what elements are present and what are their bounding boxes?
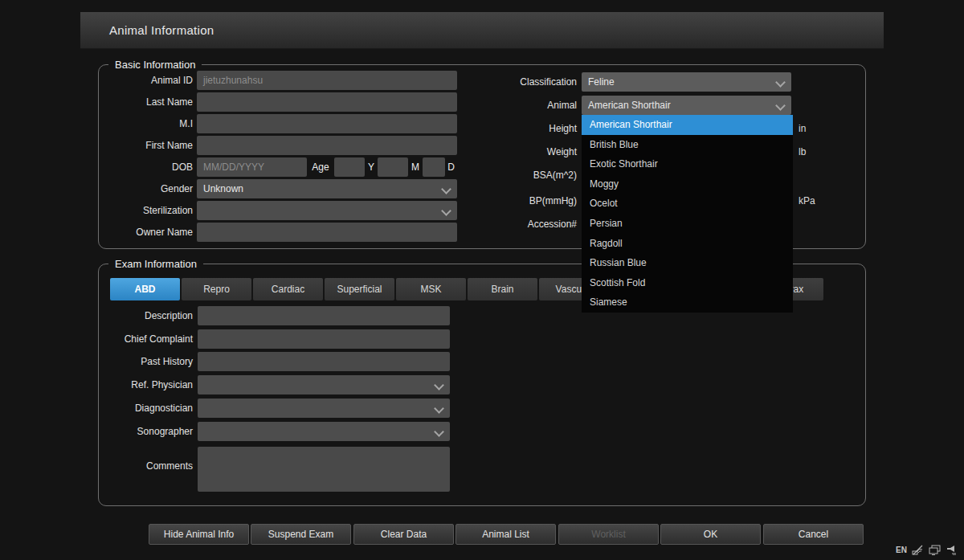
dropdown-item-ocelot[interactable]: Ocelot [582,194,793,214]
last-name-label: Last Name [88,92,193,112]
dob-label: DOB [88,157,193,177]
diagnostician-label: Diagnostician [96,399,193,418]
years-unit-label: Y [366,157,376,177]
bp-label: BP(mmHg) [474,191,577,211]
chevron-down-icon [441,206,451,216]
classification-combobox[interactable]: Feline [582,72,791,92]
cancel-button[interactable]: Cancel [763,524,864,545]
owner-name-field[interactable] [197,223,457,242]
sterilization-combobox[interactable] [197,201,457,220]
animal-list-button[interactable]: Animal List [455,524,556,545]
months-unit-label: M [410,157,421,177]
dialog-titlebar: Animal Information [80,12,884,49]
dropdown-item-american-shorthair[interactable]: American Shorthair [582,115,793,135]
middle-initial-field[interactable] [197,114,457,133]
days-unit-label: D [446,157,456,177]
weight-label: Weight [474,142,577,161]
chief-complaint-field[interactable] [198,329,450,349]
ref-physician-combobox[interactable] [198,375,450,394]
gender-value: Unknown [203,183,243,194]
exam-information-title: Exam Information [108,256,203,272]
dropdown-item-ragdoll[interactable]: Ragdoll [582,234,793,254]
animal-breed-combobox[interactable]: American Shorthair [582,96,791,115]
accession-label: Accession# [474,215,577,234]
age-days-field[interactable] [423,157,445,177]
dob-date-field[interactable]: MM/DD/YYYY [197,157,307,177]
exam-tab-repro[interactable]: Repro [182,278,251,300]
animal-id-field[interactable]: jietuzhunahsu [197,71,457,90]
height-unit-label: in [799,119,806,138]
exam-tab-abd[interactable]: ABD [110,278,180,300]
dropdown-item-scottish-fold[interactable]: Scottish Fold [582,273,793,293]
language-indicator[interactable]: EN [896,546,907,554]
gender-combobox[interactable]: Unknown [197,179,457,198]
ok-button[interactable]: OK [660,524,761,545]
animal-breed-label: Animal [474,96,577,115]
dropdown-item-moggy[interactable]: Moggy [582,174,793,194]
gender-label: Gender [88,179,193,198]
description-label: Description [96,306,193,325]
comments-label: Comments [96,456,193,476]
ref-physician-label: Ref. Physician [96,375,193,394]
height-label: Height [474,119,577,138]
chevron-down-icon [441,184,451,194]
dropdown-item-persian[interactable]: Persian [582,214,793,234]
hide-animal-info-button[interactable]: Hide Animal Info [149,524,249,545]
owner-name-label: Owner Name [88,223,193,242]
age-label: Age [309,157,332,177]
animal-id-label: Animal ID [88,71,193,90]
classification-label: Classification [474,72,577,92]
chief-complaint-label: Chief Complaint [96,329,193,349]
age-years-field[interactable] [334,157,365,177]
dropdown-item-siamese[interactable]: Siamese [582,292,793,313]
dropdown-item-british-blue[interactable]: British Blue [582,135,793,155]
status-bar: EN [896,545,958,555]
diagnostician-combobox[interactable] [198,399,450,418]
exam-tab-superficial[interactable]: Superficial [325,278,394,300]
bsa-label: BSA(m^2) [474,166,577,185]
bp-unit-label: kPa [799,191,815,211]
sonographer-label: Sonographer [96,422,193,441]
middle-initial-label: M.I [88,114,193,133]
worklist-button: Worklist [558,524,659,545]
chevron-down-icon [434,427,444,437]
last-name-field[interactable] [197,92,457,112]
chevron-down-icon [775,100,786,111]
chevron-down-icon [434,403,444,414]
comments-textarea[interactable] [198,447,450,492]
chevron-down-icon [775,77,786,88]
network-status-icon [912,545,924,555]
past-history-label: Past History [96,352,193,371]
age-months-field[interactable] [378,157,408,177]
screen: { "window": { "title": "Animal Informati… [0,0,964,560]
weight-unit-label: lb [799,142,806,161]
page-title: Animal Information [109,12,214,49]
animal-breed-value: American Shorthair [588,100,671,111]
dropdown-item-russian-blue[interactable]: Russian Blue [582,253,793,273]
first-name-field[interactable] [197,136,457,155]
clear-data-button[interactable]: Clear Data [353,524,454,545]
classification-value: Feline [588,76,615,88]
dual-display-icon [929,545,941,555]
exam-tab-cardiac[interactable]: Cardiac [253,278,323,300]
chevron-down-icon [434,380,444,390]
suspend-exam-button[interactable]: Suspend Exam [251,524,351,545]
exam-tab-msk[interactable]: MSK [396,278,466,300]
speaker-icon [946,545,958,555]
description-field[interactable] [198,306,450,325]
dropdown-item-exotic-shorthair[interactable]: Exotic Shorthair [582,154,793,174]
first-name-label: First Name [88,136,193,155]
animal-breed-dropdown-list: American Shorthair British Blue Exotic S… [582,115,793,313]
sterilization-label: Sterilization [88,201,193,220]
exam-tab-brain[interactable]: Brain [468,278,537,300]
sonographer-combobox[interactable] [198,422,450,441]
past-history-field[interactable] [198,352,450,371]
